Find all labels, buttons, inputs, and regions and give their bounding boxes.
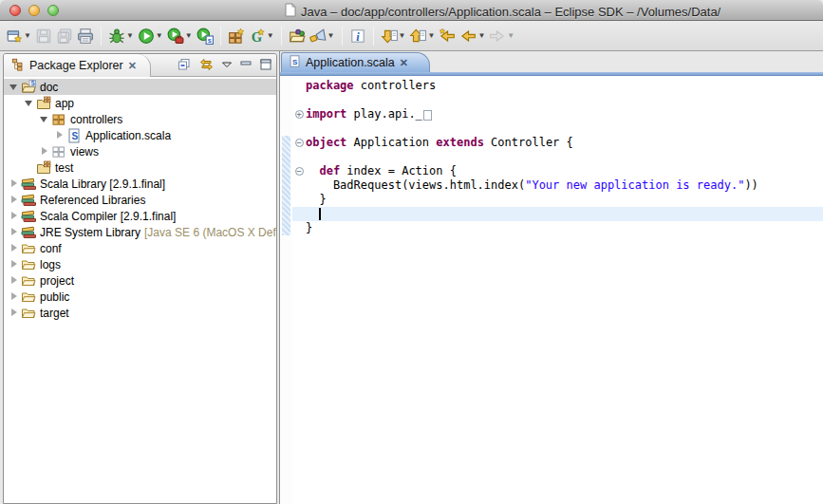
- expand-arrow-icon[interactable]: [9, 196, 19, 205]
- dropdown-arrow-icon[interactable]: ▼: [327, 31, 335, 40]
- view-menu-icon[interactable]: [221, 58, 233, 71]
- code-line[interactable]: BadRequest(views.html.index("Your new ap…: [292, 178, 823, 193]
- new-wizard-icon: [6, 28, 23, 45]
- next-annotation-button[interactable]: ▼: [379, 26, 408, 47]
- last-edit-location-button[interactable]: [437, 26, 458, 47]
- tree-item-views[interactable]: views: [4, 143, 276, 159]
- toolbar-separator: [342, 27, 343, 46]
- expand-arrow-icon[interactable]: [40, 147, 49, 157]
- folder-icon: [21, 289, 36, 305]
- dropdown-arrow-icon[interactable]: ▼: [267, 31, 274, 40]
- tree-item-application.scala[interactable]: SApplication.scala: [4, 127, 276, 143]
- collapse-arrow-icon[interactable]: [25, 99, 34, 108]
- title-bar[interactable]: Java – doc/app/controllers/Application.s…: [0, 0, 823, 21]
- minimize-view-icon[interactable]: [239, 58, 253, 71]
- expand-arrow-icon[interactable]: [9, 276, 19, 286]
- fold-expand-icon[interactable]: +: [295, 110, 304, 119]
- editor-tab-application-scala[interactable]: S Application.scala ✕: [281, 52, 430, 72]
- zoom-window-button[interactable]: [47, 5, 59, 16]
- package-explorer-panel: Package Explorer ✕: [3, 53, 277, 504]
- dropdown-arrow-icon[interactable]: ▼: [507, 31, 514, 40]
- search-button[interactable]: ▼: [308, 26, 337, 47]
- package-explorer-tab[interactable]: Package Explorer ✕: [4, 54, 151, 77]
- run-history-button[interactable]: s: [195, 26, 215, 47]
- close-window-button[interactable]: [9, 5, 21, 16]
- code-line[interactable]: package controllers: [292, 79, 823, 93]
- dropdown-arrow-icon[interactable]: ▼: [185, 31, 193, 40]
- tree-item-scala[interactable]: Scala Compiler [2.9.1.final]: [4, 208, 276, 224]
- code-line[interactable]: [292, 150, 823, 164]
- tree-item-doc[interactable]: Sdoc: [4, 79, 276, 95]
- tree-item-controllers[interactable]: controllers: [4, 111, 276, 127]
- code-line-current[interactable]: [292, 207, 823, 221]
- code-line[interactable]: }: [292, 221, 823, 235]
- code-line[interactable]: [292, 121, 823, 136]
- expand-arrow-icon[interactable]: [9, 260, 19, 270]
- minimize-window-button[interactable]: [28, 5, 40, 16]
- collapse-arrow-icon[interactable]: [40, 115, 49, 124]
- fold-collapse-icon[interactable]: −: [295, 139, 304, 147]
- collapsed-region-box[interactable]: [423, 110, 432, 121]
- toolbar-separator: [281, 27, 282, 46]
- tree-item-test[interactable]: test: [4, 159, 276, 176]
- tree-item-scala[interactable]: Scala Library [2.9.1.final]: [4, 176, 276, 192]
- link-with-editor-icon[interactable]: [198, 57, 215, 72]
- new-scala-element-button[interactable]: G▼: [247, 26, 276, 47]
- save-all-icon: [56, 28, 73, 45]
- dropdown-arrow-icon[interactable]: ▼: [399, 31, 406, 40]
- new-package-button[interactable]: [226, 26, 247, 47]
- dropdown-arrow-icon[interactable]: ▼: [156, 31, 163, 40]
- tree-item-label: Scala Compiler [2.9.1.final]: [40, 210, 176, 223]
- close-view-icon[interactable]: ✕: [128, 60, 137, 72]
- back-button[interactable]: ▼: [458, 26, 487, 47]
- tree-item-public[interactable]: public: [4, 289, 276, 305]
- previous-annotation-button[interactable]: ▼: [407, 26, 437, 47]
- debug-button[interactable]: ▼: [106, 26, 136, 47]
- dropdown-arrow-icon[interactable]: ▼: [477, 31, 485, 40]
- dropdown-arrow-icon[interactable]: ▼: [126, 31, 134, 40]
- expand-arrow-icon[interactable]: [9, 228, 19, 237]
- code-text: package controllers: [306, 79, 436, 93]
- main-area: Package Explorer ✕: [0, 51, 823, 504]
- maximize-view-icon[interactable]: [259, 58, 272, 71]
- print-button[interactable]: [75, 26, 96, 47]
- close-tab-icon[interactable]: ✕: [400, 57, 408, 69]
- fold-collapse-icon[interactable]: −: [295, 167, 304, 176]
- expand-arrow-icon[interactable]: [9, 308, 19, 318]
- expand-arrow-icon[interactable]: [9, 292, 19, 302]
- open-element-button[interactable]: [287, 26, 308, 47]
- code-line[interactable]: − def index = Action {: [292, 164, 823, 178]
- vertical-ruler[interactable]: [280, 77, 292, 504]
- tree-item-label: target: [40, 307, 69, 320]
- tree-item-conf[interactable]: conf: [4, 240, 276, 256]
- run-button[interactable]: ▼: [136, 26, 165, 47]
- package-explorer-icon: [11, 58, 25, 74]
- expand-arrow-icon[interactable]: [9, 179, 19, 189]
- new-wizard-button[interactable]: ▼: [4, 26, 33, 47]
- mark-occurrences-button[interactable]: i: [347, 26, 368, 47]
- tree-item-jre[interactable]: JRE System Library[Java SE 6 (MacOS X De…: [4, 224, 276, 240]
- code-text: [306, 207, 321, 221]
- collapse-all-icon[interactable]: [177, 57, 192, 72]
- code-line[interactable]: −object Application extends Controller {: [292, 136, 823, 150]
- expand-arrow-icon[interactable]: [9, 244, 19, 253]
- dropdown-arrow-icon[interactable]: ▼: [427, 31, 435, 40]
- code-line[interactable]: }: [292, 193, 823, 207]
- tree-item-referenced[interactable]: Referenced Libraries: [4, 192, 276, 208]
- code-line[interactable]: +import play.api._: [292, 107, 823, 121]
- tree-item-project[interactable]: project: [4, 272, 276, 289]
- previous-annotation-icon: [409, 28, 426, 45]
- dropdown-arrow-icon[interactable]: ▼: [24, 31, 31, 40]
- package-empty-icon: [51, 144, 66, 159]
- editor-content[interactable]: package controllers+import play.api._−ob…: [280, 77, 823, 504]
- run-external-tools-icon: [167, 28, 184, 45]
- collapse-arrow-icon[interactable]: [9, 83, 19, 92]
- tree-item-app[interactable]: app: [4, 95, 276, 111]
- expand-arrow-icon[interactable]: [9, 212, 19, 221]
- run-external-tools-button[interactable]: ▼: [165, 26, 195, 47]
- tree-item-logs[interactable]: logs: [4, 256, 276, 272]
- expand-arrow-icon[interactable]: [55, 131, 65, 140]
- code-area[interactable]: package controllers+import play.api._−ob…: [292, 79, 823, 235]
- tree-item-target[interactable]: target: [4, 305, 276, 321]
- code-line[interactable]: [292, 93, 823, 107]
